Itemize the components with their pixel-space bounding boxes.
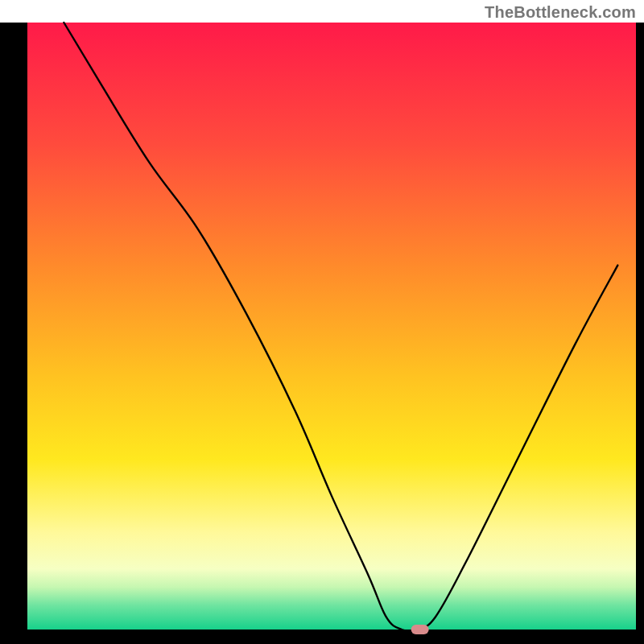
attribution-text: TheBottleneck.com [485, 3, 636, 22]
svg-rect-0 [0, 23, 27, 644]
bottleneck-chart: TheBottleneck.com [0, 0, 644, 644]
svg-rect-1 [636, 23, 644, 644]
svg-rect-2 [0, 630, 644, 644]
chart-canvas [0, 0, 644, 644]
optimal-marker [411, 625, 429, 634]
